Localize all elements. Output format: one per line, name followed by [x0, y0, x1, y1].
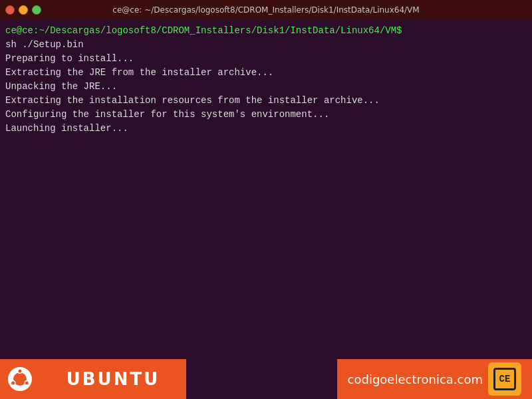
codigo-icon: CE: [488, 362, 521, 396]
taskbar-spacer: [186, 359, 337, 399]
titlebar: ce@ce: ~/Descargas/logosoft8/CDROM_Insta…: [0, 0, 532, 20]
close-button[interactable]: [5, 5, 15, 15]
ce-icon-text: CE: [499, 374, 511, 384]
terminal-line: Launching installer...: [5, 122, 527, 136]
terminal-line: Extracting the JRE from the installer ar…: [5, 66, 527, 80]
terminal-area: ce@ce:~/Descargas/logosoft8/CDROM_Instal…: [0, 20, 532, 359]
svg-point-7: [11, 382, 15, 385]
terminal-output: sh ./Setup.binPreparing to install...Ext…: [5, 38, 527, 136]
bottombar: UBUNTU codigoelectronica.com CE: [0, 359, 532, 399]
ubuntu-icon-container: [0, 359, 40, 399]
terminal-line: Unpacking the JRE...: [5, 80, 527, 94]
terminal-line: Preparing to install...: [5, 52, 527, 66]
svg-point-6: [25, 382, 29, 385]
codigo-icon-inner: CE: [493, 368, 516, 390]
minimize-button[interactable]: [19, 5, 28, 15]
titlebar-text: ce@ce: ~/Descargas/logosoft8/CDROM_Insta…: [112, 5, 419, 15]
ubuntu-logo-icon: [7, 366, 33, 392]
terminal-line: sh ./Setup.bin: [5, 38, 527, 52]
svg-point-5: [19, 370, 22, 373]
window-controls[interactable]: [5, 5, 41, 15]
ubuntu-label: UBUNTU: [40, 359, 186, 399]
terminal-line: Extracting the installation resources fr…: [5, 94, 527, 108]
terminal-prompt: ce@ce:~/Descargas/logosoft8/CDROM_Instal…: [5, 24, 527, 38]
codigo-text: codigoelectronica.com: [348, 372, 483, 386]
codigo-section: codigoelectronica.com CE: [337, 359, 532, 399]
ubuntu-label-text: UBUNTU: [66, 369, 160, 389]
maximize-button[interactable]: [32, 5, 41, 15]
terminal-line: Configuring the installer for this syste…: [5, 108, 527, 122]
